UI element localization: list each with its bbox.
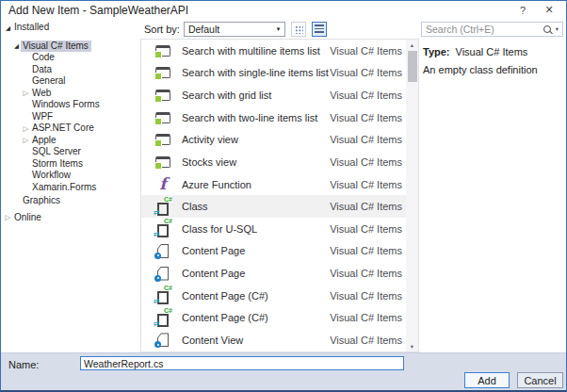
vertical-scrollbar: ▴ ▾ [406, 40, 418, 351]
class-icon: C#⇄ [153, 221, 173, 236]
template-item[interactable]: Content PageVisual C# Items [141, 240, 418, 263]
tree-node-label: Apple [30, 135, 59, 146]
template-list: Search with multiline items listVisual C… [141, 40, 418, 351]
template-item-name: Content Page [182, 245, 330, 256]
list-view-button[interactable] [312, 22, 327, 37]
scroll-down-icon[interactable]: ▾ [406, 341, 418, 351]
type-value: Visual C# Items [456, 46, 528, 57]
template-item[interactable]: fAzure FunctionVisual C# Items [141, 173, 418, 196]
tree-node-sql-server[interactable]: SQL Server [1, 146, 140, 158]
template-item-name: Content Page (C#) [182, 290, 330, 302]
help-icon[interactable]: ? [510, 5, 536, 16]
template-item-name: Azure Function [182, 179, 330, 190]
tree-node-label: Code [30, 52, 57, 63]
template-item[interactable]: C#⇄Class for U-SQLVisual C# Items [141, 218, 418, 240]
tree-node-storm-items[interactable]: Storm Items [1, 158, 140, 171]
expand-arrow-icon[interactable]: ▷ [22, 136, 30, 144]
template-item[interactable]: Content PageVisual C# Items [141, 262, 418, 285]
class-icon: C#⇄ [153, 200, 173, 214]
template-item-name: Search with two-line items list [182, 112, 330, 123]
sort-dropdown[interactable]: Default ▾ [184, 22, 285, 37]
view-icon [153, 112, 173, 123]
tree-node-label: Installed [12, 22, 52, 33]
cancel-button[interactable]: Cancel [517, 372, 563, 388]
template-item[interactable]: C#⇄Content Page (C#)Visual C# Items [141, 307, 418, 330]
collapse-arrow-icon[interactable]: ◢ [4, 24, 12, 32]
tree-node-label: Data [30, 64, 55, 75]
template-item-name: Class for U-SQL [182, 223, 330, 235]
template-item-category: Visual C# Items [330, 223, 402, 235]
template-item-category: Visual C# Items [330, 134, 402, 145]
item-name-input[interactable] [80, 356, 404, 370]
template-description: An empty class definition [423, 64, 566, 75]
name-label: Name: [8, 359, 39, 370]
template-item-category: Visual C# Items [330, 179, 402, 190]
expand-arrow-icon[interactable]: ▷ [4, 213, 12, 221]
tree-node-workflow[interactable]: Workflow [1, 170, 140, 182]
tree-node-label: Workflow [30, 170, 73, 181]
template-item[interactable]: Content ViewVisual C# Items [141, 329, 418, 351]
tree-node-graphics[interactable]: Graphics [1, 195, 140, 207]
template-item-name: Search with single-line items list [182, 67, 330, 78]
template-item-category: Visual C# Items [330, 268, 402, 279]
template-item[interactable]: C#⇄ClassVisual C# Items [141, 195, 418, 218]
template-type-line: Type:Visual C# Items [423, 46, 566, 57]
scroll-up-icon[interactable]: ▴ [406, 40, 418, 50]
sort-toolbar: Sort by: Default ▾ [141, 19, 418, 39]
template-item-name: Content View [182, 335, 330, 346]
view-icon [153, 67, 173, 78]
class-icon: C#⇄ [153, 311, 173, 325]
dialog-title: Add New Item - SampleWeatherAPI [8, 4, 188, 17]
class-icon: C#⇄ [153, 288, 173, 302]
tree-node-label: Visual C# Items [21, 41, 91, 52]
template-item-category: Visual C# Items [330, 156, 402, 168]
expand-arrow-icon[interactable]: ▷ [22, 124, 30, 133]
tree-node-wpf[interactable]: WPF [1, 111, 140, 123]
tree-node-label: Online [12, 212, 44, 223]
page-icon [153, 244, 173, 258]
close-icon[interactable]: ✕ [536, 4, 562, 16]
template-item[interactable]: C#⇄Content Page (C#)Visual C# Items [141, 285, 418, 307]
tree-node-installed[interactable]: ◢Installed [1, 22, 140, 34]
tree-node-code[interactable]: Code [1, 52, 140, 64]
view-icon [153, 90, 173, 101]
small-icons-view-button[interactable] [291, 22, 306, 37]
template-item-category: Visual C# Items [330, 90, 402, 101]
template-item[interactable]: Activity viewVisual C# Items [141, 129, 418, 152]
template-item-name: Activity view [182, 134, 330, 145]
chevron-down-icon: ▾ [272, 25, 284, 33]
tree-node-label: Windows Forms [30, 99, 103, 110]
template-item[interactable]: Search with two-line items listVisual C#… [141, 106, 418, 129]
search-icon[interactable] [543, 25, 551, 33]
add-button[interactable]: Add [464, 372, 510, 388]
tree-node-windows-forms[interactable]: Windows Forms [1, 99, 140, 111]
tree-node-label: Storm Items [30, 158, 86, 170]
tree-node-label: Web [30, 88, 54, 99]
tree-node-online[interactable]: ▷Online [1, 212, 140, 224]
template-item-category: Visual C# Items [330, 312, 402, 323]
template-item[interactable]: Search with grid listVisual C# Items [141, 84, 418, 106]
template-item-name: Class [182, 201, 330, 212]
collapse-arrow-icon[interactable]: ◢ [12, 41, 21, 50]
template-item[interactable]: Stocks viewVisual C# Items [141, 151, 418, 173]
scrollbar-thumb[interactable] [408, 51, 417, 82]
tree-node-apple[interactable]: ▷Apple [1, 135, 140, 147]
tree-node-visual-c-items[interactable]: ◢Visual C# Items [1, 41, 140, 53]
tree-node-asp-net-core[interactable]: ▷ASP.NET Core [1, 122, 140, 135]
tree-node-general[interactable]: General [1, 75, 140, 88]
view-icon [153, 156, 173, 168]
template-item[interactable]: Search with single-line items listVisual… [141, 62, 418, 85]
page-icon [153, 267, 173, 281]
template-item[interactable]: Search with multiline items listVisual C… [141, 40, 418, 62]
view-icon [153, 45, 173, 57]
tree-node-label: WPF [30, 111, 56, 122]
tree-node-xamarin-forms[interactable]: Xamarin.Forms [1, 182, 140, 194]
tree-node-label: General [30, 75, 69, 87]
search-input[interactable] [422, 24, 543, 35]
tree-node-web[interactable]: ▷Web [1, 88, 140, 100]
tree-node-data[interactable]: Data [1, 64, 140, 76]
expand-arrow-icon[interactable]: ▷ [22, 89, 30, 97]
search-dropdown-icon[interactable]: ▾ [556, 25, 559, 33]
template-item-category: Visual C# Items [330, 290, 402, 302]
title-bar: Add New Item - SampleWeatherAPI ? ✕ [1, 1, 566, 19]
